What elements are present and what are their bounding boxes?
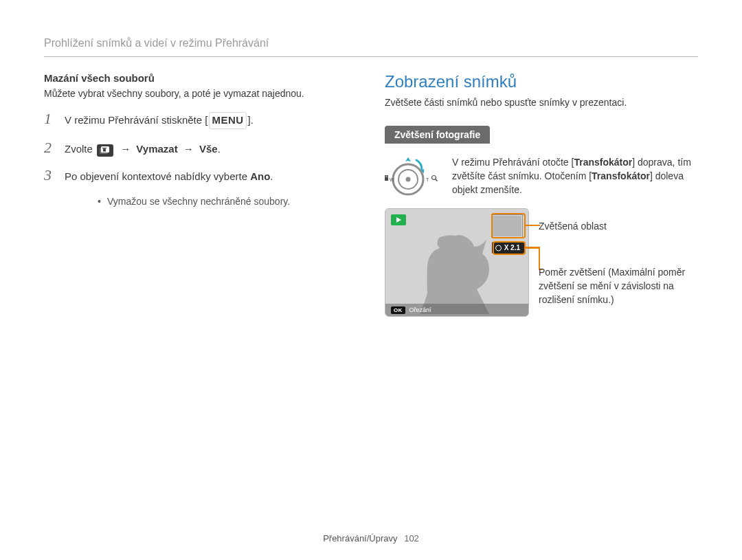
- step3-pre: Po objevení kontextové nabídky vyberte: [65, 170, 250, 182]
- page-header: Prohlížení snímků a videí v režimu Přehr…: [44, 37, 698, 57]
- callout-zoom-ratio: Poměr zvětšení (Maximální poměr zvětšení…: [539, 251, 698, 307]
- step-number: 3: [44, 166, 56, 184]
- step3-post: .: [270, 170, 273, 182]
- step-sublist: Vymažou se všechny nechráněné soubory.: [70, 194, 357, 208]
- step-row: 1 V režimu Přehrávání stiskněte [MENU].: [44, 110, 357, 129]
- page-footer: Přehrávání/Úpravy 102: [0, 533, 742, 544]
- step-body: Zvolte → Vymazat → Vše.: [65, 142, 221, 157]
- zoom-dial-icon: W T: [385, 153, 438, 199]
- step2-option1: Vymazat: [136, 143, 177, 155]
- svg-rect-3: [103, 148, 106, 151]
- svg-rect-12: [385, 177, 386, 179]
- left-column: Mazání všech souborů Můžete vybrat všech…: [44, 72, 357, 317]
- svg-point-7: [406, 177, 411, 182]
- footer-section: Přehrávání/Úpravy: [323, 533, 397, 544]
- step-number: 2: [44, 139, 56, 157]
- svg-rect-13: [387, 177, 388, 179]
- zoom-instruction-row: W T V režimu Přehrávání otočte [Transfok…: [385, 153, 698, 199]
- play-badge-icon: [391, 214, 406, 225]
- zoom-pre: V režimu Přehrávání otočte [: [452, 157, 574, 168]
- callout-outline: [493, 241, 526, 255]
- svg-marker-17: [396, 217, 401, 223]
- svg-line-15: [436, 179, 438, 181]
- preview-bottom-bar: OK Ořezání: [385, 304, 528, 316]
- zoom-t-label: T: [426, 177, 429, 182]
- svg-point-14: [432, 176, 436, 180]
- step1-post: ].: [248, 114, 254, 126]
- step-row: 2 Zvolte → Vymazat → Vše.: [44, 139, 357, 157]
- step2-pre: Zvolte: [65, 143, 95, 155]
- svg-rect-11: [387, 175, 388, 177]
- step1-pre: V režimu Přehrávání stiskněte [: [65, 114, 207, 126]
- step-number: 1: [44, 110, 56, 128]
- right-intro: Zvětšete části snímků nebo spusťte snímk…: [385, 96, 698, 109]
- callout-enlarged-area: Zvětšená oblast: [539, 208, 698, 233]
- left-subheading: Mazání všech souborů: [44, 72, 357, 84]
- svg-rect-10: [385, 175, 386, 177]
- arrow-icon: →: [183, 143, 194, 155]
- callout-texts: Zvětšená oblast Poměr zvětšení (Maximáln…: [539, 208, 698, 306]
- step2-option2: Vše: [199, 143, 218, 155]
- arrow-icon: →: [120, 143, 131, 155]
- step-body: V režimu Přehrávání stiskněte [MENU].: [65, 112, 254, 129]
- two-column-layout: Mazání všech souborů Můžete vybrat všech…: [44, 72, 698, 317]
- transfokator-label: Transfokátor: [592, 170, 650, 181]
- footer-page-number: 102: [404, 533, 419, 544]
- callout-outline: [491, 213, 526, 238]
- tab-enlarge-photo: Zvětšení fotografie: [385, 126, 490, 144]
- crop-label: Ořezání: [409, 306, 431, 313]
- zoom-w-label: W: [390, 177, 394, 182]
- step-row: 3 Po objevení kontextové nabídky vyberte…: [44, 166, 357, 185]
- menu-button-label: MENU: [209, 112, 246, 129]
- ok-button-chip: OK: [391, 306, 405, 314]
- header-title: Prohlížení snímků a videí v režimu Přehr…: [44, 37, 269, 49]
- delete-mode-icon: [97, 144, 113, 157]
- step2-post: .: [218, 143, 221, 155]
- step3-option: Ano: [250, 170, 270, 182]
- section-title: Zobrazení snímků: [385, 72, 698, 91]
- sublist-item: Vymažou se všechny nechráněné soubory.: [98, 194, 357, 208]
- left-intro: Můžete vybrat všechny soubory, a poté je…: [44, 87, 357, 100]
- zoom-instruction-text: V režimu Přehrávání otočte [Transfokátor…: [452, 155, 698, 197]
- transfokator-label: Transfokátor: [574, 157, 632, 168]
- callout-connector: [525, 225, 540, 226]
- callout-connector: [525, 247, 540, 248]
- right-column: Zobrazení snímků Zvětšete části snímků n…: [385, 72, 698, 317]
- svg-rect-2: [102, 148, 106, 148]
- camera-preview-screen: X 2.1 OK Ořezání: [385, 208, 529, 317]
- step-body: Po objevení kontextové nabídky vyberte A…: [65, 169, 273, 185]
- preview-row: X 2.1 OK Ořezání Zvětšená oblast Poměr z…: [385, 208, 698, 317]
